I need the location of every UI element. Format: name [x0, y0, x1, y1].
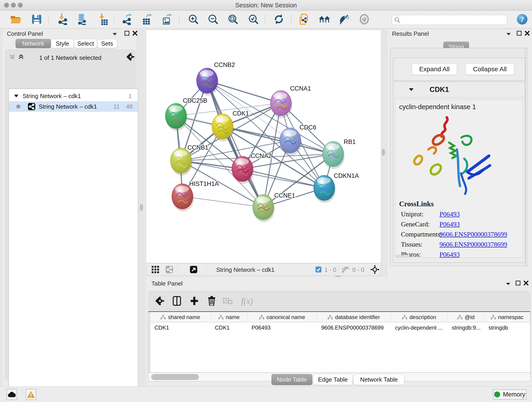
hide-selected-button[interactable]: [338, 13, 350, 25]
table-row[interactable]: CDK1CDK1P064939606.ENSP00000378699cyclin…: [150, 323, 530, 332]
panel-close-icon[interactable]: [133, 31, 138, 36]
panel-float-icon[interactable]: [124, 31, 129, 36]
delete-table-button[interactable]: [222, 295, 233, 306]
first-neighbors-button[interactable]: [318, 13, 330, 25]
zoom-out-button[interactable]: [207, 13, 219, 25]
collapse-all-button[interactable]: Collapse All: [465, 64, 514, 75]
tree-expander-icon[interactable]: [14, 95, 19, 98]
export-network-button[interactable]: [121, 13, 133, 25]
vertical-splitter-handle[interactable]: [140, 204, 143, 211]
tab-node-table[interactable]: Node Table: [272, 374, 312, 385]
refresh-button[interactable]: [273, 13, 285, 25]
bird-eye-toggle-icon[interactable]: [165, 266, 173, 274]
panel-collapse-icon[interactable]: [506, 282, 511, 286]
network-edge[interactable]: [207, 81, 263, 207]
tab-network[interactable]: Network: [16, 39, 51, 48]
network-node[interactable]: CDC6: [280, 124, 317, 155]
zoom-out-icon: [208, 14, 219, 25]
toggle-bird-eye-button[interactable]: [358, 13, 370, 25]
table-cell[interactable]: CDK1: [150, 323, 211, 332]
column-header[interactable]: namespac: [484, 312, 530, 322]
table-cell[interactable]: 9606.ENSP00000378699: [317, 323, 391, 332]
network-node[interactable]: CDK1: [212, 110, 249, 141]
export-image-button[interactable]: [161, 13, 173, 25]
open-in-window-icon[interactable]: [190, 266, 197, 274]
network-list-container: 1 of 1 Network selected String Network –…: [5, 50, 136, 380]
network-options-gear-icon[interactable]: [127, 53, 134, 61]
column-header[interactable]: database identifier: [317, 312, 391, 322]
table-options-button[interactable]: [154, 295, 165, 306]
import-network-file-button[interactable]: [57, 13, 69, 25]
column-header[interactable]: @id: [448, 312, 484, 322]
tab-sets[interactable]: Sets: [97, 39, 117, 48]
network-tree-child-row[interactable]: String Network – cdk1 11 48: [9, 101, 138, 112]
delete-column-button[interactable]: [206, 295, 217, 306]
trash-icon: [208, 296, 215, 306]
search-input[interactable]: [402, 16, 505, 24]
import-network-database-button[interactable]: [76, 13, 88, 25]
table-cell[interactable]: stringdb: [484, 323, 530, 332]
results-vscrollbar[interactable]: [525, 48, 528, 266]
section-expander-icon[interactable]: [409, 88, 414, 91]
table-cell[interactable]: stringdb:9...: [448, 323, 484, 332]
show-columns-button[interactable]: [171, 295, 182, 306]
import-table-file-button[interactable]: [97, 13, 109, 25]
panel-collapse-icon[interactable]: [506, 32, 511, 36]
column-header-label: shared name: [168, 314, 200, 320]
network-node[interactable]: CDC25B: [165, 97, 207, 131]
network-edge[interactable]: [182, 196, 263, 207]
grid-view-icon[interactable]: [152, 266, 159, 273]
column-header[interactable]: name: [211, 312, 247, 322]
zoom-fit-button[interactable]: [227, 13, 239, 25]
open-session-button[interactable]: [10, 13, 22, 25]
cloud-icon: [8, 391, 16, 397]
warnings-button[interactable]: [26, 389, 36, 400]
clone-network-button[interactable]: [298, 13, 310, 25]
tab-network-table[interactable]: Network Table: [354, 374, 404, 385]
zoom-selected-button[interactable]: [247, 13, 259, 25]
network-node[interactable]: CCNE1: [253, 192, 295, 222]
table-cell[interactable]: cyclin-dependent ...: [391, 323, 448, 332]
crosslink-link[interactable]: P06493: [439, 220, 460, 228]
tab-edge-table[interactable]: Edge Table: [313, 374, 353, 385]
vertical-splitter-handle[interactable]: [382, 149, 385, 156]
network-edge[interactable]: [242, 169, 324, 188]
network-node[interactable]: CCNB2: [196, 61, 235, 96]
network-node[interactable]: HIST1H1A: [172, 180, 219, 211]
zoom-in-button[interactable]: [187, 13, 199, 25]
gene-section-header[interactable]: CDK1: [393, 82, 525, 98]
export-table-button[interactable]: [141, 13, 153, 25]
network-tree-root-row[interactable]: String Network – cdk1 1: [9, 91, 138, 101]
table-hscroll-thumb[interactable]: [151, 374, 199, 380]
column-header[interactable]: shared name: [150, 312, 211, 322]
fit-selected-crosshair-icon[interactable]: [370, 265, 380, 274]
add-column-button[interactable]: [189, 295, 200, 306]
network-node[interactable]: CDKN1A: [314, 172, 359, 203]
crosslink-link[interactable]: P06493: [439, 211, 460, 218]
crosslink-link[interactable]: 9606.ENSP00000378699: [439, 241, 507, 248]
tab-style[interactable]: Style: [51, 39, 74, 48]
memory-button[interactable]: Memory: [493, 389, 526, 400]
panel-close-icon[interactable]: [524, 281, 529, 286]
table-cell[interactable]: P06493: [247, 323, 317, 332]
network-canvas[interactable]: CCNB2CCNA1CDC25BCDK1CDC6RB1CCNB1CCNA2CDK…: [146, 30, 381, 263]
table-cell[interactable]: CDK1: [211, 323, 247, 332]
panel-close-icon[interactable]: [525, 31, 530, 36]
column-header[interactable]: canonical name: [247, 312, 317, 322]
export-network-icon: [122, 13, 133, 25]
panel-float-icon[interactable]: [515, 281, 520, 286]
function-builder-button[interactable]: f(x): [238, 295, 256, 306]
cloud-status-button[interactable]: [6, 389, 17, 400]
expand-all-button[interactable]: Expand All: [412, 64, 457, 75]
panel-collapse-icon[interactable]: [112, 32, 117, 36]
crosslink-link[interactable]: P06493: [439, 251, 460, 258]
crosslink-link[interactable]: 9606.ENSP00000378699: [439, 230, 507, 238]
panel-float-icon[interactable]: [517, 31, 522, 36]
save-session-button[interactable]: [31, 13, 43, 25]
selected-checkbox-icon[interactable]: [315, 266, 322, 273]
network-node[interactable]: RB1: [323, 138, 356, 169]
tab-select[interactable]: Select: [74, 39, 97, 48]
column-header[interactable]: description: [391, 312, 448, 322]
gene-hscroll-thumb[interactable]: [396, 255, 410, 257]
help-button[interactable]: ?: [516, 13, 528, 25]
